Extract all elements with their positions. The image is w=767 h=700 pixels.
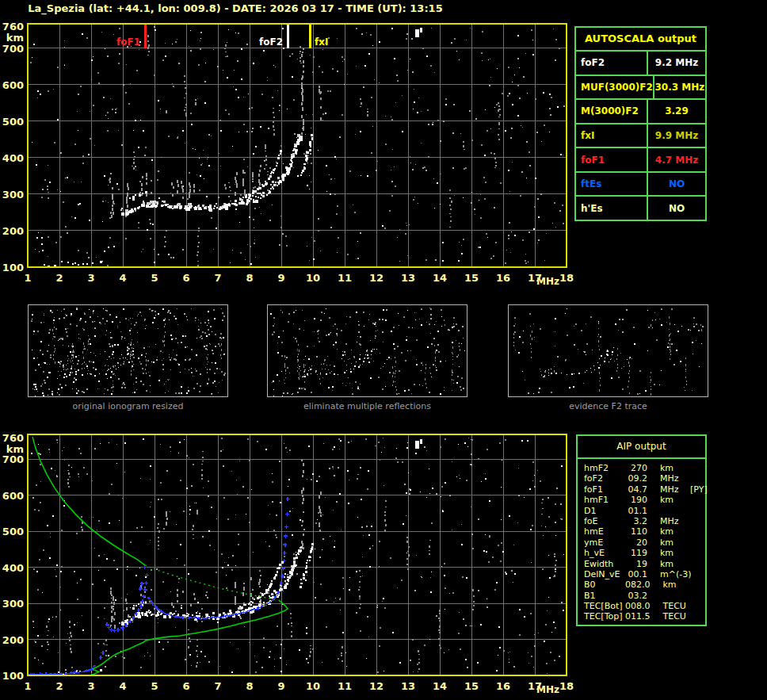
x-tick-label: 13 <box>401 680 415 692</box>
autoscala-table-title: AUTOSCALA output <box>576 28 705 50</box>
aip-unit: km <box>660 537 690 548</box>
x-tick-label: 11 <box>338 680 352 692</box>
aip-unit: MHz <box>660 484 690 495</box>
marker-fof2-bar <box>287 25 289 48</box>
marker-fof2-label: foF2 <box>259 36 283 48</box>
autoscala-row-fxi: fxI9.9 MHz <box>576 123 705 147</box>
y-tick-label: 760 <box>2 432 24 444</box>
aip-unit: km <box>660 495 690 505</box>
aip-label: hmF2 <box>584 463 625 473</box>
aip-extra <box>690 463 705 473</box>
aip-value: 270 <box>625 463 647 473</box>
marker-fof1-label: foF1 <box>116 36 140 48</box>
x-tick-label: 2 <box>55 272 63 284</box>
aip-row-hmf2: hmF2270km <box>584 463 705 473</box>
aip-unit: km <box>660 548 690 558</box>
y-axis-unit: km <box>6 443 24 455</box>
aip-label: D1 <box>584 506 625 516</box>
aip-value: 190 <box>625 495 647 505</box>
aip-label: TEC[Bot] <box>584 601 625 611</box>
aip-label: foE <box>584 516 625 526</box>
thumbnail-eliminate-reflections <box>267 304 467 397</box>
x-tick-label: 12 <box>369 680 384 692</box>
aip-unit: km <box>660 463 690 473</box>
y-tick-label: 600 <box>2 79 24 91</box>
autoscala-param-label: MUF(3000)F2 <box>576 76 653 99</box>
aip-label: ymE <box>584 537 625 548</box>
aip-extra <box>690 516 705 526</box>
autoscala-param-value: 9.2 MHz <box>647 52 705 75</box>
y-tick-label: 200 <box>2 225 24 237</box>
aip-unit: km <box>660 526 690 537</box>
aip-extra <box>693 601 706 611</box>
aip-ionogram-chart: 760700600500400300200100km12345678910111… <box>2 432 574 695</box>
x-tick-label: 1 <box>24 272 31 284</box>
autoscala-param-label: M(3000)F2 <box>576 100 647 123</box>
autoscala-param-label: h'Es <box>576 197 647 220</box>
autoscala-output-table: AUTOSCALA output foF29.2 MHzMUF(3000)F23… <box>574 26 707 221</box>
x-tick-label: 9 <box>277 272 284 284</box>
x-tick-label: 13 <box>401 272 415 284</box>
aip-row-d1: D101.1 <box>584 506 705 516</box>
aip-row-hmf1: hmF1190km <box>584 495 705 505</box>
aip-extra <box>690 559 705 569</box>
autoscala-param-value: NO <box>647 197 705 220</box>
aip-extra <box>690 526 705 537</box>
aip-extra: [PY] <box>690 484 708 495</box>
thumbnail-label-evidence: evidence F2 trace <box>508 401 708 411</box>
x-tick-label: 5 <box>151 272 158 284</box>
autoscala-param-label: fxI <box>576 124 647 147</box>
aip-unit <box>660 591 690 601</box>
autoscala-param-label: foF2 <box>576 52 647 75</box>
x-tick-label: 8 <box>246 272 253 284</box>
y-tick-label: 300 <box>2 598 24 610</box>
x-tick-label: 6 <box>182 680 189 692</box>
x-tick-label: 2 <box>55 680 63 692</box>
x-tick-label: 3 <box>87 272 94 284</box>
aip-output-table: AIP output hmF2270kmfoF209.2MHzfoF104.7M… <box>576 434 707 626</box>
aip-extra <box>690 495 705 505</box>
aip-label: B0 <box>584 580 625 590</box>
aip-value: 3.2 <box>625 516 647 526</box>
aip-unit: MHz <box>660 473 690 484</box>
autoscala-row-fof1: foF14.7 MHz <box>576 147 705 171</box>
aip-row-tecbot: TEC[Bot]008.0TECU <box>584 601 705 611</box>
x-tick-label: 10 <box>306 272 320 284</box>
aip-value: 19 <box>625 559 647 569</box>
x-tick-label: 15 <box>464 680 479 692</box>
aip-unit: TECU <box>663 601 693 611</box>
autoscala-param-label: foF1 <box>576 148 647 171</box>
aip-value: 01.1 <box>625 506 647 516</box>
aip-label: DelN_vE <box>584 569 625 580</box>
x-tick-label: 4 <box>119 680 126 692</box>
aip-unit: km <box>663 580 693 590</box>
aip-value: 03.2 <box>625 591 647 601</box>
y-axis-unit: km <box>6 32 24 44</box>
x-axis-unit: MHz <box>536 684 559 695</box>
aip-row-hme: hmE110km <box>584 526 705 537</box>
aip-label: Ewidth <box>584 559 625 569</box>
x-tick-label: 14 <box>433 272 447 284</box>
aip-value: 082.0 <box>625 580 651 590</box>
aip-label: foF2 <box>584 473 625 484</box>
thumbnail-label-original: original ionogram resized <box>28 401 228 411</box>
x-tick-label: 16 <box>496 680 510 692</box>
x-tick-label: 5 <box>151 680 158 692</box>
aip-unit: TECU <box>663 611 693 622</box>
aip-value: 008.0 <box>625 601 651 611</box>
autoscala-ionogram-chart: foF1foF2fxI760700600500400300200100km123… <box>2 21 574 287</box>
aip-row-b0: B0082.0km <box>584 580 705 590</box>
aip-table-body: hmF2270kmfoF209.2MHzfoF104.7MHz[PY]hmF11… <box>578 459 705 625</box>
x-tick-label: 7 <box>214 680 221 692</box>
aip-label: h_vE <box>584 548 625 558</box>
aip-unit: km <box>660 559 690 569</box>
aip-value: 110 <box>625 526 647 537</box>
y-tick-label: 400 <box>2 562 24 574</box>
x-tick-label: 15 <box>464 272 479 284</box>
x-tick-label: 11 <box>338 272 352 284</box>
autoscala-param-value: 4.7 MHz <box>647 148 705 171</box>
aip-extra <box>690 473 705 484</box>
x-tick-label: 18 <box>559 680 574 692</box>
aip-value: 04.7 <box>625 484 647 495</box>
aip-row-yme: ymE20km <box>584 537 705 548</box>
